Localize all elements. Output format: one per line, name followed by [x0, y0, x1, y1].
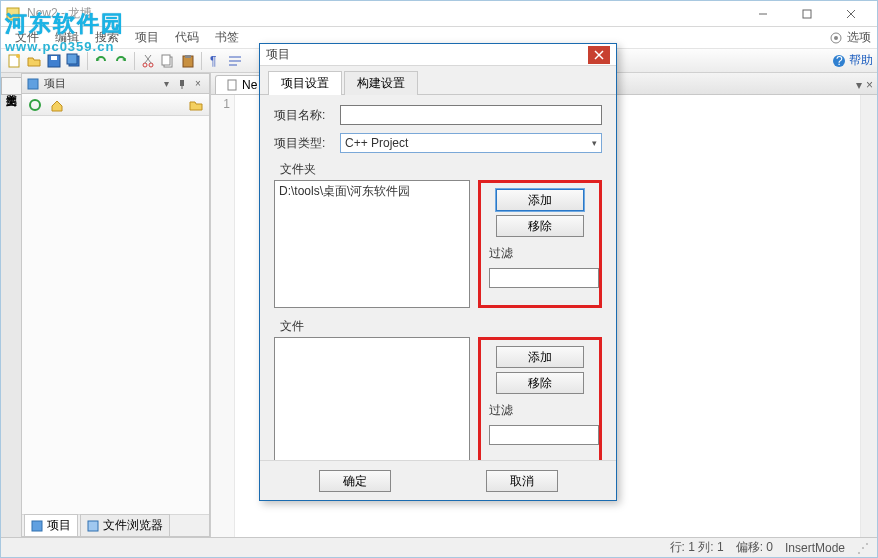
panel-tool-home-icon[interactable] — [48, 96, 66, 114]
project-name-input[interactable] — [340, 105, 602, 125]
folders-label: 文件夹 — [280, 161, 602, 178]
tb-undo-icon[interactable] — [92, 52, 110, 70]
window-title: New2 - 龙博 — [27, 5, 741, 22]
tb-open-icon[interactable] — [25, 52, 43, 70]
panel-icon — [26, 77, 40, 91]
menu-edit[interactable]: 编辑 — [47, 27, 87, 48]
tb-paste-icon[interactable] — [179, 52, 197, 70]
line-number: 1 — [215, 97, 230, 111]
panel-tool-folder-icon[interactable] — [187, 96, 205, 114]
app-icon — [5, 6, 21, 22]
project-name-label: 项目名称: — [274, 107, 334, 124]
svg-rect-27 — [28, 79, 38, 89]
status-offset: 偏移: 0 — [736, 539, 773, 556]
svg-rect-0 — [7, 8, 19, 20]
help-label: 帮助 — [849, 52, 873, 69]
svg-point-30 — [30, 100, 40, 110]
editor-tab-label: Ne — [242, 78, 257, 92]
menu-search[interactable]: 搜索 — [87, 27, 127, 48]
vtab-file-browser[interactable]: 文生浏览器 — [1, 77, 22, 95]
resize-grip-icon[interactable]: ⋰ — [857, 541, 869, 555]
panel-tool-sync-icon[interactable] — [26, 96, 44, 114]
dialog-close-button[interactable] — [588, 46, 610, 64]
menu-file[interactable]: 文件 — [7, 27, 47, 48]
panel-pin-icon[interactable] — [175, 77, 189, 91]
project-tree[interactable] — [22, 116, 209, 514]
gear-icon — [829, 31, 843, 45]
dialog-ok-button[interactable]: 确定 — [319, 470, 391, 492]
dialog-cancel-button[interactable]: 取消 — [486, 470, 558, 492]
footer-tab-filebrowser-label: 文件浏览器 — [103, 517, 163, 534]
files-add-button[interactable]: 添加 — [496, 346, 584, 368]
tab-icon — [31, 520, 43, 532]
status-mode: InsertMode — [785, 541, 845, 555]
dialog-tab-build-settings[interactable]: 构建设置 — [344, 71, 418, 95]
panel-dropdown-icon[interactable]: ▾ — [159, 77, 173, 91]
window-titlebar: New2 - 龙博 — [1, 1, 877, 27]
project-panel: 项目 ▾ × 项目 — [21, 73, 210, 537]
svg-rect-2 — [803, 10, 811, 18]
editor-dropdown-icon[interactable]: ▾ — [856, 78, 862, 92]
panel-close-icon[interactable]: × — [191, 77, 205, 91]
menu-project[interactable]: 项目 — [127, 27, 167, 48]
dialog-title: 项目 — [266, 46, 588, 63]
svg-rect-20 — [185, 55, 191, 58]
files-label: 文件 — [280, 318, 602, 335]
tb-saveall-icon[interactable] — [65, 52, 83, 70]
svg-rect-28 — [180, 80, 184, 86]
menu-code[interactable]: 代码 — [167, 27, 207, 48]
vertical-scrollbar[interactable] — [861, 95, 877, 537]
svg-rect-32 — [88, 521, 98, 531]
files-filter-label: 过滤 — [489, 402, 595, 419]
tb-wrap-icon[interactable] — [226, 52, 244, 70]
menu-bookmarks[interactable]: 书签 — [207, 27, 247, 48]
files-listbox[interactable] — [274, 337, 470, 460]
svg-point-6 — [834, 36, 838, 40]
svg-point-14 — [149, 63, 153, 67]
svg-rect-18 — [162, 55, 170, 65]
folder-item[interactable]: D:\tools\桌面\河东软件园 — [279, 183, 465, 200]
project-type-select[interactable]: C++ Project ▾ — [340, 133, 602, 153]
menu-options[interactable]: 选项 — [829, 29, 871, 46]
statusbar: 行: 1 列: 1 偏移: 0 InsertMode ⋰ — [1, 537, 877, 557]
dialog-tab-project-settings[interactable]: 项目设置 — [268, 71, 342, 95]
minimize-button[interactable] — [741, 2, 785, 26]
status-position: 行: 1 列: 1 — [670, 539, 724, 556]
tb-redo-icon[interactable] — [112, 52, 130, 70]
svg-text:¶: ¶ — [210, 54, 216, 68]
folders-listbox[interactable]: D:\tools\桌面\河东软件园 — [274, 180, 470, 308]
footer-tab-filebrowser[interactable]: 文件浏览器 — [80, 514, 170, 537]
tb-new-icon[interactable] — [5, 52, 23, 70]
chevron-down-icon: ▾ — [592, 138, 597, 148]
footer-tab-project[interactable]: 项目 — [24, 514, 78, 537]
folders-filter-label: 过滤 — [489, 245, 595, 262]
svg-point-13 — [143, 63, 147, 67]
tb-save-icon[interactable] — [45, 52, 63, 70]
svg-rect-12 — [67, 54, 77, 64]
svg-rect-10 — [51, 56, 57, 60]
help-icon: ? — [832, 54, 846, 68]
svg-rect-31 — [32, 521, 42, 531]
editor-close-icon[interactable]: × — [866, 78, 873, 92]
gutter: 1 — [211, 95, 235, 537]
panel-title: 项目 — [44, 76, 157, 91]
files-remove-button[interactable]: 移除 — [496, 372, 584, 394]
folders-remove-button[interactable]: 移除 — [496, 215, 584, 237]
help-link[interactable]: ? 帮助 — [832, 52, 873, 69]
tab-icon — [87, 520, 99, 532]
files-filter-input[interactable] — [489, 425, 599, 445]
tb-cut-icon[interactable] — [139, 52, 157, 70]
folders-actions-highlight: 添加 移除 过滤 — [478, 180, 602, 308]
tb-copy-icon[interactable] — [159, 52, 177, 70]
project-dialog: 项目 项目设置 构建设置 项目名称: 项目类型: C++ Project ▾ 文… — [259, 43, 617, 501]
svg-rect-33 — [228, 80, 236, 90]
folders-filter-input[interactable] — [489, 268, 599, 288]
footer-tab-project-label: 项目 — [47, 517, 71, 534]
file-icon — [226, 79, 238, 91]
options-label: 选项 — [847, 29, 871, 46]
folders-add-button[interactable]: 添加 — [496, 189, 584, 211]
close-button[interactable] — [829, 2, 873, 26]
maximize-button[interactable] — [785, 2, 829, 26]
tb-invisibles-icon[interactable]: ¶ — [206, 52, 224, 70]
project-type-value: C++ Project — [345, 136, 408, 150]
